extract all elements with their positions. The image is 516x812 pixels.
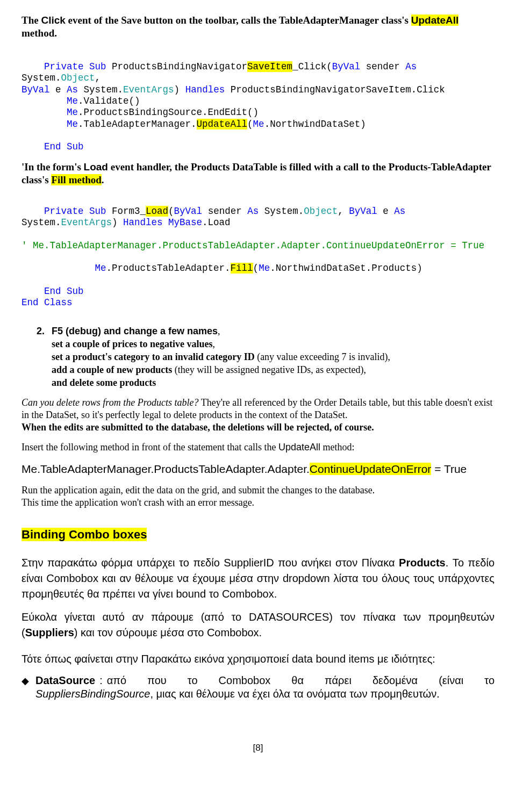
step-2-line3: set a product's category to an invalid c… — [52, 351, 494, 363]
paragraph-run-again: Run the application again, edit the data… — [22, 484, 494, 509]
greek-paragraph-1: Στην παρακάτω φόρμα υπάρχει το πεδίο Sup… — [22, 555, 494, 602]
intro-paragraph-1: The Click event of the Save button on th… — [22, 14, 494, 40]
page-number: [8] — [22, 742, 494, 754]
diamond-icon: ◆ — [22, 676, 31, 687]
heading-binding-combo: Binding Combo boxes — [22, 527, 494, 542]
paragraph-insert-method: Insert the following method in front of … — [22, 441, 494, 454]
step-2-line5: and delete some products — [52, 377, 494, 389]
step-2: 2. F5 (debug) and change a few names, se… — [37, 325, 494, 389]
greek-paragraph-2: Εύκολα γίνεται αυτό αν πάρουμε (από το D… — [22, 609, 494, 641]
code-line-continue-error: Me.TableAdapterManager.ProductsTableAdap… — [22, 462, 494, 477]
greek-paragraph-3: Τότε όπως φαίνεται στην Παρακάτω εικόνα … — [22, 652, 494, 666]
code-block-2: Private Sub Form3_Load(ByVal sender As S… — [22, 194, 494, 308]
intro-paragraph-2: 'In the form's Load event handler, the P… — [22, 161, 494, 187]
step-2-line4: add a couple of new products (they will … — [52, 364, 494, 376]
code-block-1: Private Sub ProductsBindingNavigatorSave… — [22, 50, 494, 153]
diamond-list: ◆ DataSource : από που το Combobox θα πά… — [22, 674, 494, 701]
step-list: 2. F5 (debug) and change a few names, se… — [37, 325, 494, 389]
step-2-line2: set a couple of prices to negative value… — [52, 338, 494, 350]
paragraph-delete-rows: Can you delete rows from the Products ta… — [22, 397, 494, 434]
